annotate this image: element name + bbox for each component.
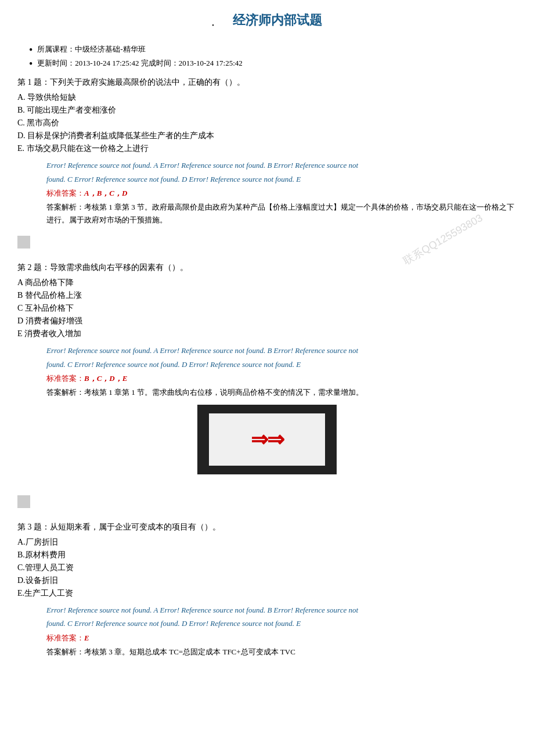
- bullet-1: •: [29, 44, 33, 57]
- q2-explanation: 答案解析：考核第 1 章第 1 节。需求曲线向右位移，说明商品价格不变的情况下，…: [46, 386, 517, 399]
- q2-error-block: Error! Reference source not found. A Err…: [46, 344, 517, 371]
- q2-option-a: A 商品价格下降: [17, 278, 517, 288]
- q3-option-a: A.厂房折旧: [17, 537, 517, 548]
- q1-option-a: A. 导致供给短缺: [17, 92, 517, 103]
- q2-option-d: D 消费者偏好增强: [17, 316, 517, 326]
- q2-error-line1: Error! Reference source not found. A Err…: [46, 346, 358, 355]
- question-2: 第 2 题：导致需求曲线向右平移的因素有（）。 A 商品价格下降 B 替代品价格…: [17, 262, 517, 399]
- q1-error-line2: found. C Error! Reference source not fou…: [46, 175, 301, 183]
- q1-title: 第 1 题：下列关于政府实施最高限价的说法中，正确的有（）。: [17, 77, 517, 88]
- question-1: 第 1 题：下列关于政府实施最高限价的说法中，正确的有（）。 A. 导致供给短缺…: [17, 77, 517, 226]
- q1-error-block: Error! Reference source not found. A Err…: [46, 159, 517, 186]
- q3-error-line2: found. C Error! Reference source not fou…: [46, 619, 301, 628]
- q2-option-b: B 替代品价格上涨: [17, 290, 517, 301]
- question-3: 第 3 题：从短期来看，属于企业可变成本的项目有（）。 A.厂房折旧 B.原材料…: [17, 522, 517, 658]
- q3-explanation: 答案解析：考核第 3 章。短期总成本 TC=总固定成本 TFC+总可变成本 TV…: [46, 646, 517, 658]
- title-bullet: •: [212, 22, 214, 28]
- q1-explanation: 答案解析：考核第 1 章第 3 节。政府最高限价是由政府为某种产品【价格上涨幅度…: [46, 201, 517, 226]
- q3-option-d: D.设备折旧: [17, 575, 517, 586]
- q1-option-c: C. 黑市高价: [17, 118, 517, 128]
- q1-option-b: B. 可能出现生产者变相涨价: [17, 105, 517, 116]
- bullet-2: •: [29, 58, 33, 71]
- q1-option-e: E. 市场交易只能在这一价格之上进行: [17, 143, 517, 154]
- q2-title: 第 2 题：导致需求曲线向右平移的因素有（）。: [17, 262, 517, 273]
- q3-title: 第 3 题：从短期来看，属于企业可变成本的项目有（）。: [17, 522, 517, 532]
- q1-option-d: D. 目标是保护消费者利益或降低某些生产者的生产成本: [17, 131, 517, 141]
- q2-option-c: C 互补品价格下: [17, 303, 517, 314]
- page-title: 经济师内部试题: [221, 12, 322, 29]
- meta-course: 所属课程：中级经济基础-精华班: [37, 44, 145, 55]
- gray-separator-1: [17, 236, 30, 249]
- meta-time: 更新时间：2013-10-24 17:25:42 完成时间：2013-10-24…: [37, 58, 243, 69]
- gray-separator-2: [17, 495, 30, 508]
- chart-image: ⇒⇒: [197, 405, 337, 474]
- q2-error-line2: found. C Error! Reference source not fou…: [46, 360, 301, 369]
- q3-option-e: E.生产工人工资: [17, 588, 517, 599]
- q3-answer-line: 标准答案：E: [46, 633, 517, 643]
- q3-error-block: Error! Reference source not found. A Err…: [46, 603, 517, 631]
- chart-inner: ⇒⇒: [209, 413, 325, 466]
- q3-option-c: C.管理人员工资: [17, 563, 517, 573]
- q2-answer-line: 标准答案：B，C，D，E: [46, 373, 517, 384]
- q3-option-b: B.原材料费用: [17, 550, 517, 560]
- chart-symbol: ⇒⇒: [251, 427, 283, 452]
- q2-option-e: E 消费者收入增加: [17, 329, 517, 339]
- q1-answer-line: 标准答案：A，B，C，D: [46, 188, 517, 199]
- q1-error-line1: Error! Reference source not found. A Err…: [46, 161, 358, 170]
- q3-error-line1: Error! Reference source not found. A Err…: [46, 606, 358, 614]
